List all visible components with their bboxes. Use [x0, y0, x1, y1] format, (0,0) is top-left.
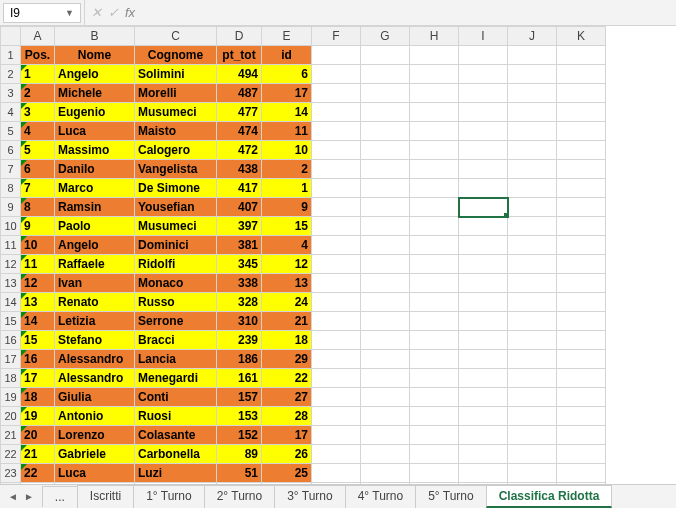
cell-K11[interactable]	[557, 236, 606, 255]
cell-G2[interactable]	[361, 65, 410, 84]
name-box[interactable]: I9 ▼	[3, 3, 81, 23]
cell-C22[interactable]: Carbonella	[135, 445, 217, 464]
cell-F4[interactable]	[312, 103, 361, 122]
spreadsheet-grid[interactable]: ABCDEFGHIJK1Pos.NomeCognomept_totid21Ang…	[0, 26, 606, 484]
cell-B17[interactable]: Alessandro	[55, 350, 135, 369]
cell-J16[interactable]	[508, 331, 557, 350]
cell-J2[interactable]	[508, 65, 557, 84]
cell-E7[interactable]: 2	[262, 160, 312, 179]
cell-B5[interactable]: Luca	[55, 122, 135, 141]
cell-G9[interactable]	[361, 198, 410, 217]
cell-F23[interactable]	[312, 464, 361, 483]
cell-E17[interactable]: 29	[262, 350, 312, 369]
cell-B10[interactable]: Paolo	[55, 217, 135, 236]
cell-E12[interactable]: 12	[262, 255, 312, 274]
cell-D21[interactable]: 152	[217, 426, 262, 445]
cell-F3[interactable]	[312, 84, 361, 103]
row-header-2[interactable]: 2	[1, 65, 21, 84]
cell-F13[interactable]	[312, 274, 361, 293]
cell-B9[interactable]: Ramsin	[55, 198, 135, 217]
cell-D14[interactable]: 328	[217, 293, 262, 312]
col-header-I[interactable]: I	[459, 27, 508, 46]
cell-K8[interactable]	[557, 179, 606, 198]
cell-G15[interactable]	[361, 312, 410, 331]
cell-C11[interactable]: Dominici	[135, 236, 217, 255]
tab-nav-next-icon[interactable]: ►	[24, 491, 34, 502]
cell-K17[interactable]	[557, 350, 606, 369]
row-header-6[interactable]: 6	[1, 141, 21, 160]
cell-K4[interactable]	[557, 103, 606, 122]
cell-H12[interactable]	[410, 255, 459, 274]
cell-K2[interactable]	[557, 65, 606, 84]
cell-K12[interactable]	[557, 255, 606, 274]
cell-F19[interactable]	[312, 388, 361, 407]
cell-F17[interactable]	[312, 350, 361, 369]
cell-G5[interactable]	[361, 122, 410, 141]
row-header-3[interactable]: 3	[1, 84, 21, 103]
cell-F8[interactable]	[312, 179, 361, 198]
row-header-21[interactable]: 21	[1, 426, 21, 445]
cell-I19[interactable]	[459, 388, 508, 407]
cell-G8[interactable]	[361, 179, 410, 198]
cell[interactable]	[312, 46, 361, 65]
cell-H13[interactable]	[410, 274, 459, 293]
col-header-A[interactable]: A	[21, 27, 55, 46]
cell-H10[interactable]	[410, 217, 459, 236]
cell-J17[interactable]	[508, 350, 557, 369]
cell-E1[interactable]: id	[262, 46, 312, 65]
cell-G6[interactable]	[361, 141, 410, 160]
cell-G4[interactable]	[361, 103, 410, 122]
cell-A7[interactable]: 6	[21, 160, 55, 179]
cell-I7[interactable]	[459, 160, 508, 179]
cell-E20[interactable]: 28	[262, 407, 312, 426]
cell-E5[interactable]: 11	[262, 122, 312, 141]
col-header-E[interactable]: E	[262, 27, 312, 46]
cell-B23[interactable]: Luca	[55, 464, 135, 483]
cell-J3[interactable]	[508, 84, 557, 103]
cell-K20[interactable]	[557, 407, 606, 426]
cell-B20[interactable]: Antonio	[55, 407, 135, 426]
cell-I8[interactable]	[459, 179, 508, 198]
cell-D13[interactable]: 338	[217, 274, 262, 293]
cell-J6[interactable]	[508, 141, 557, 160]
cell-C9[interactable]: Yousefian	[135, 198, 217, 217]
col-header-C[interactable]: C	[135, 27, 217, 46]
cell-K13[interactable]	[557, 274, 606, 293]
cell-E21[interactable]: 17	[262, 426, 312, 445]
cell-G10[interactable]	[361, 217, 410, 236]
cell-C15[interactable]: Serrone	[135, 312, 217, 331]
cell-J5[interactable]	[508, 122, 557, 141]
cell-I21[interactable]	[459, 426, 508, 445]
cell-B11[interactable]: Angelo	[55, 236, 135, 255]
row-header-8[interactable]: 8	[1, 179, 21, 198]
cell-K7[interactable]	[557, 160, 606, 179]
cell-J19[interactable]	[508, 388, 557, 407]
cell-H21[interactable]	[410, 426, 459, 445]
cell-A4[interactable]: 3	[21, 103, 55, 122]
cell-D16[interactable]: 239	[217, 331, 262, 350]
col-header-H[interactable]: H	[410, 27, 459, 46]
cell-K23[interactable]	[557, 464, 606, 483]
cell-F12[interactable]	[312, 255, 361, 274]
cell-J9[interactable]	[508, 198, 557, 217]
col-header-B[interactable]: B	[55, 27, 135, 46]
cell-F2[interactable]	[312, 65, 361, 84]
sheet-tab[interactable]: 5° Turno	[415, 485, 487, 508]
sheet-tab[interactable]: 2° Turno	[204, 485, 276, 508]
cell-I14[interactable]	[459, 293, 508, 312]
cell-B21[interactable]: Lorenzo	[55, 426, 135, 445]
cell-G22[interactable]	[361, 445, 410, 464]
cell-D3[interactable]: 487	[217, 84, 262, 103]
cell-K6[interactable]	[557, 141, 606, 160]
cell-D17[interactable]: 186	[217, 350, 262, 369]
cell-B22[interactable]: Gabriele	[55, 445, 135, 464]
cell[interactable]	[557, 46, 606, 65]
row-header-12[interactable]: 12	[1, 255, 21, 274]
row-header-4[interactable]: 4	[1, 103, 21, 122]
tab-ellipsis[interactable]: ...	[42, 486, 78, 507]
cell-I9[interactable]	[459, 198, 508, 217]
cell-H9[interactable]	[410, 198, 459, 217]
cell-K18[interactable]	[557, 369, 606, 388]
cell-C3[interactable]: Morelli	[135, 84, 217, 103]
cell-D6[interactable]: 472	[217, 141, 262, 160]
